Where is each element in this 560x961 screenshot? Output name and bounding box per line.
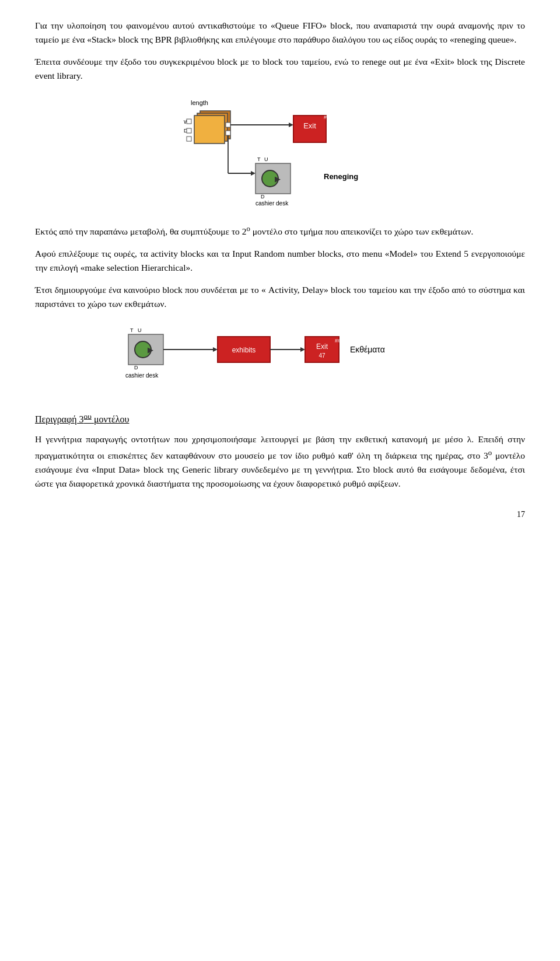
ekthemata-label: Εκθέματα xyxy=(350,345,385,354)
length-label: length xyxy=(191,99,208,106)
port-right-1 xyxy=(226,123,230,127)
reneging-label: Reneging xyxy=(324,172,358,181)
p6-text: Η γεννήτρια παραγωγής οντοτήτων που χρησ… xyxy=(35,434,525,488)
arrow-to-cashier xyxy=(251,171,256,176)
exit-hash: ## xyxy=(324,114,330,120)
exhibits-label: exhibits xyxy=(232,346,256,354)
page-number: 17 xyxy=(35,508,525,521)
p5-text: Έτσι δημιουργούμε ένα καινούριο block πο… xyxy=(35,285,525,309)
p2-text: Έπειτα συνδέουμε την έξοδο του συγκεκριμ… xyxy=(35,57,525,81)
queue-layer-front xyxy=(194,116,225,144)
arrow-exhibits xyxy=(213,347,218,352)
cashier2-t-label: T xyxy=(130,327,134,333)
cashier2-arrow-icon: ▶ xyxy=(148,345,153,354)
paragraph-5: Έτσι δημιουργούμε ένα καινούριο block πο… xyxy=(35,283,525,311)
p3-text: Εκτός από την παραπάνω μεταβολή, θα συμπ… xyxy=(35,226,473,236)
port-left-3 xyxy=(187,137,191,141)
cashier-desk-label: cashier desk xyxy=(256,200,289,207)
cashier2-desk-label: cashier desk xyxy=(125,372,159,379)
cashier2-u-label: U xyxy=(138,327,142,333)
paragraph-2: Έπειτα συνδέουμε την έξοδο του συγκεκριμ… xyxy=(35,55,525,83)
paragraph-4: Αφού επιλέξουμε τις ουρές, τα activity b… xyxy=(35,247,525,275)
diagram1-svg: length W D Exit ## xyxy=(149,95,429,217)
port-right-2 xyxy=(226,131,230,135)
arrow-to-exit xyxy=(289,123,293,127)
exit47-label: Exit xyxy=(316,343,328,351)
paragraph-6: Η γεννήτρια παραγωγής οντοτήτων που χρησ… xyxy=(35,432,525,490)
exit-text: Exit xyxy=(303,121,316,130)
cashier2-d-label: D xyxy=(134,365,138,371)
p4-text: Αφού επιλέξουμε τις ουρές, τα activity b… xyxy=(35,249,525,272)
diagram-2: ▶ T U D cashier desk exhibits Exit 47 ##… xyxy=(47,323,525,393)
diagram2-svg: ▶ T U D cashier desk exhibits Exit 47 ##… xyxy=(123,323,449,393)
arrow-exit47 xyxy=(300,347,305,352)
heading-text: Περιγραφή 3ου μοντέλου xyxy=(35,414,130,424)
cashier-arrow-icon: ▶ xyxy=(275,174,281,183)
cashier-t-label: T xyxy=(257,156,261,162)
port-left-2 xyxy=(187,128,191,133)
section-heading: Περιγραφή 3ου μοντέλου xyxy=(35,410,525,427)
cashier-d-label: D xyxy=(261,194,265,200)
paragraph-3: Εκτός από την παραπάνω μεταβολή, θα συμπ… xyxy=(35,223,525,239)
p1-text: Για την υλοποίηση του φαινομένου αυτού α… xyxy=(35,20,525,44)
exit47-hash: ## xyxy=(335,338,341,344)
exit47-num: 47 xyxy=(318,352,326,359)
port-left-1 xyxy=(187,119,191,124)
paragraph-1: Για την υλοποίηση του φαινομένου αυτού α… xyxy=(35,19,525,47)
diagram-1: length W D Exit ## xyxy=(52,95,525,217)
cashier-u-label: U xyxy=(264,156,268,162)
